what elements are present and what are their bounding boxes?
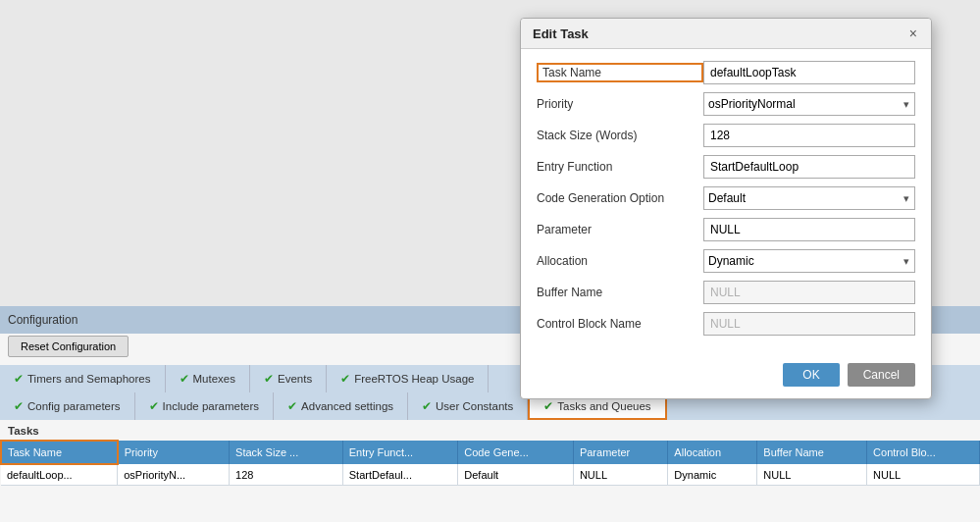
- tab-label: Advanced settings: [301, 400, 393, 412]
- ok-button[interactable]: OK: [783, 363, 839, 387]
- form-row-allocation: Allocation Dynamic Static: [537, 249, 915, 273]
- tab-advanced-settings[interactable]: ✔ Advanced settings: [274, 392, 408, 420]
- allocation-label: Allocation: [537, 254, 703, 268]
- tab-check-icon: ✔: [14, 372, 24, 386]
- tab-check-icon: ✔: [287, 399, 297, 413]
- cell-task-name: defaultLoop...: [1, 464, 118, 486]
- code-gen-select[interactable]: Default As Weak As External: [703, 186, 915, 210]
- tab-label: User Constants: [436, 400, 513, 412]
- tab-user-constants[interactable]: ✔ User Constants: [408, 392, 528, 420]
- form-row-priority: Priority osPriorityNormal osPriorityIdle…: [537, 92, 915, 116]
- col-allocation: Allocation: [668, 441, 757, 464]
- parameter-label: Parameter: [537, 223, 703, 236]
- modal-body: Task Name Priority osPriorityNormal osPr…: [521, 49, 931, 355]
- reset-btn-area: Reset Configuration: [8, 336, 129, 357]
- modal-close-button[interactable]: ×: [907, 26, 919, 41]
- tab-check-icon: ✔: [14, 399, 24, 413]
- entry-function-input[interactable]: [703, 155, 915, 179]
- modal-title: Edit Task: [533, 26, 589, 41]
- buffer-name-input: [703, 281, 915, 304]
- col-entry-func: Entry Funct...: [342, 441, 458, 464]
- stack-size-label: Stack Size (Words): [537, 129, 703, 142]
- edit-task-dialog: Edit Task × Task Name Priority osPriorit…: [520, 18, 932, 399]
- modal-footer: OK Cancel: [521, 355, 931, 398]
- col-stack-size: Stack Size ...: [230, 441, 343, 464]
- control-block-label: Control Block Name: [537, 317, 703, 331]
- tasks-table: Task Name Priority Stack Size ... Entry …: [0, 440, 980, 486]
- tab-label: Events: [278, 373, 312, 385]
- form-row-buffer-name: Buffer Name: [537, 281, 915, 304]
- priority-label: Priority: [537, 97, 703, 111]
- tab-label: Mutexes: [193, 373, 235, 385]
- parameter-input[interactable]: [703, 218, 915, 241]
- tasks-section: Tasks Task Name Priority Stack Size ... …: [0, 422, 980, 522]
- tab-check-icon: ✔: [149, 399, 159, 413]
- cell-stack-size: 128: [230, 464, 343, 486]
- cell-code-gen: Default: [458, 464, 574, 486]
- col-control-block: Control Blo...: [867, 441, 980, 464]
- reset-config-button[interactable]: Reset Configuration: [8, 336, 129, 357]
- col-task-name: Task Name: [1, 441, 118, 464]
- tab-include-params[interactable]: ✔ Include parameters: [135, 392, 274, 420]
- col-parameter: Parameter: [573, 441, 667, 464]
- code-gen-label: Code Generation Option: [537, 191, 703, 205]
- cancel-button[interactable]: Cancel: [848, 363, 915, 387]
- form-row-parameter: Parameter: [537, 218, 915, 241]
- stack-size-input[interactable]: [703, 124, 915, 147]
- form-row-task-name: Task Name: [537, 61, 915, 84]
- col-code-gen: Code Gene...: [458, 441, 574, 464]
- task-name-input[interactable]: [703, 61, 915, 84]
- col-priority: Priority: [118, 441, 230, 464]
- control-block-input: [703, 312, 915, 336]
- main-area: Configuration Reset Configuration ✔ Time…: [0, 0, 980, 522]
- tab-freertos-heap[interactable]: ✔ FreeRTOS Heap Usage: [327, 365, 489, 392]
- form-row-code-gen: Code Generation Option Default As Weak A…: [537, 186, 915, 210]
- form-row-control-block: Control Block Name: [537, 312, 915, 336]
- tab-label: Config parameters: [27, 400, 121, 412]
- cell-parameter: NULL: [573, 464, 667, 486]
- tab-label: Include parameters: [163, 400, 259, 412]
- tab-events[interactable]: ✔ Events: [250, 365, 327, 392]
- form-row-stack-size: Stack Size (Words): [537, 124, 915, 147]
- tab-label: Tasks and Queues: [557, 400, 650, 412]
- tab-check-icon: ✔: [422, 399, 432, 413]
- code-gen-select-wrapper: Default As Weak As External: [703, 186, 915, 210]
- tab-check-icon: ✔: [340, 372, 350, 386]
- buffer-name-label: Buffer Name: [537, 286, 703, 299]
- cell-control-block: NULL: [867, 464, 980, 486]
- tab-config-params[interactable]: ✔ Config parameters: [0, 392, 135, 420]
- tab-check-icon: ✔: [180, 372, 189, 386]
- tab-check-icon: ✔: [543, 399, 553, 413]
- tab-label: Timers and Semaphores: [27, 373, 151, 385]
- tab-timers-semaphores[interactable]: ✔ Timers and Semaphores: [0, 365, 166, 392]
- allocation-select-wrapper: Dynamic Static: [703, 249, 915, 273]
- form-row-entry-function: Entry Function: [537, 155, 915, 179]
- table-row[interactable]: defaultLoop... osPriorityN... 128 StartD…: [1, 464, 980, 486]
- allocation-select[interactable]: Dynamic Static: [703, 249, 915, 273]
- tab-mutexes[interactable]: ✔ Mutexes: [166, 365, 250, 392]
- cell-buffer-name: NULL: [757, 464, 867, 486]
- modal-header: Edit Task ×: [521, 19, 931, 49]
- config-bar-text: Configuration: [8, 313, 77, 327]
- priority-select-wrapper: osPriorityNormal osPriorityIdle osPriori…: [703, 92, 915, 116]
- tab-check-icon: ✔: [264, 372, 274, 386]
- cell-entry-func: StartDefaul...: [342, 464, 458, 486]
- entry-function-label: Entry Function: [537, 160, 703, 174]
- cell-priority: osPriorityN...: [118, 464, 230, 486]
- tab-label: FreeRTOS Heap Usage: [354, 373, 474, 385]
- col-buffer-name: Buffer Name: [757, 441, 867, 464]
- task-name-label: Task Name: [537, 63, 703, 82]
- tasks-label: Tasks: [0, 422, 980, 440]
- priority-select[interactable]: osPriorityNormal osPriorityIdle osPriori…: [703, 92, 915, 116]
- cell-allocation: Dynamic: [668, 464, 757, 486]
